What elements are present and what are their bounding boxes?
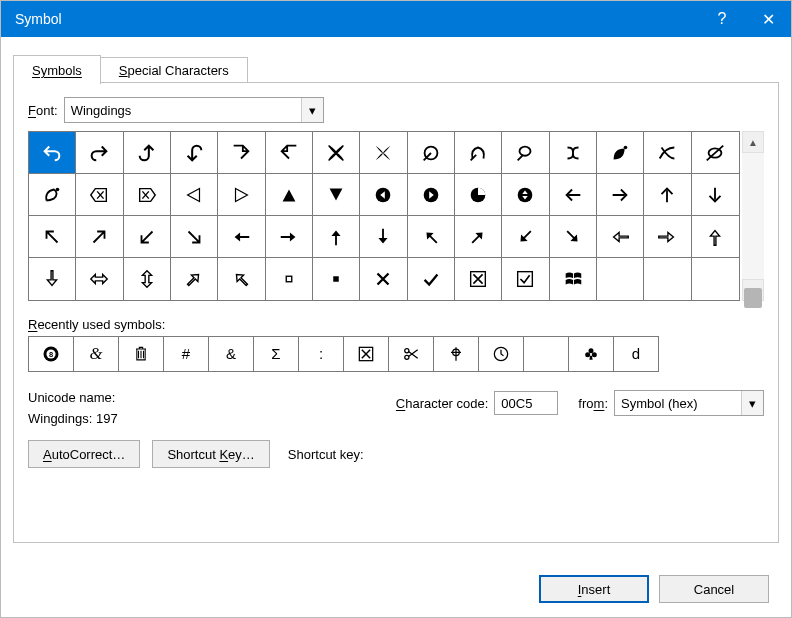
scrollbar[interactable]: ▲ ▼ [742, 131, 764, 301]
shortcut-key-label: Shortcut key: [288, 447, 364, 462]
symbol-cell-outline-up[interactable] [692, 216, 739, 258]
symbol-cell-outline-down[interactable] [29, 258, 76, 300]
chevron-down-icon[interactable]: ▾ [741, 391, 763, 415]
symbol-cell-boxed-x[interactable] [455, 258, 502, 300]
symbol-cell-x-mark[interactable] [360, 258, 407, 300]
symbol-grid [28, 131, 740, 301]
symbol-cell-fwd-arrow-back[interactable] [76, 132, 123, 174]
symbol-cell-heavy-ne[interactable] [455, 216, 502, 258]
symbol-cell-windows-logo[interactable] [550, 258, 597, 300]
symbol-cell-tri-left[interactable] [171, 174, 218, 216]
symbol-cell-empty[interactable] [692, 258, 739, 300]
symbol-cell-arrow-nw[interactable] [29, 216, 76, 258]
recent-cell-boxed-x[interactable] [343, 336, 389, 372]
font-value: Wingdings [71, 103, 132, 118]
symbol-cell-leaf-o[interactable] [692, 132, 739, 174]
chevron-down-icon[interactable]: ▾ [301, 98, 323, 122]
recent-cell-ampersand-script[interactable] [73, 336, 119, 372]
autocorrect-button[interactable]: AutoCorrect… [28, 440, 140, 468]
tab-symbols[interactable]: Symbols [13, 55, 101, 84]
scroll-thumb[interactable] [744, 288, 762, 308]
symbol-cell-heavy-nw[interactable] [408, 216, 455, 258]
symbol-cell-bud[interactable] [408, 132, 455, 174]
symbol-cell-arrow-down[interactable] [692, 174, 739, 216]
recent-cell-billiard-8[interactable] [28, 336, 74, 372]
font-dropdown[interactable]: Wingdings ▾ [64, 97, 324, 123]
recent-cell-sigma[interactable] [253, 336, 299, 372]
symbol-cell-arrow-se[interactable] [171, 216, 218, 258]
symbol-cell-tri-right[interactable] [218, 174, 265, 216]
symbol-dialog: Symbol ? ✕ Symbols Special Characters Fo… [0, 0, 792, 618]
recent-cell-celtic-cross[interactable] [433, 336, 479, 372]
cancel-button[interactable]: Cancel [659, 575, 769, 603]
recent-cell-trash[interactable] [118, 336, 164, 372]
symbol-cell-leaf-curl[interactable] [29, 174, 76, 216]
recent-cell-clock[interactable] [478, 336, 524, 372]
insert-button[interactable]: Insert [539, 575, 649, 603]
recent-cell-blob[interactable] [523, 336, 569, 372]
symbol-cell-back-arrow-fwd[interactable] [29, 132, 76, 174]
symbol-cell-heavy-left[interactable] [218, 216, 265, 258]
help-button[interactable]: ? [699, 1, 745, 37]
dialog-title: Symbol [15, 11, 62, 27]
symbol-cell-arrow-sw[interactable] [124, 216, 171, 258]
symbol-cell-outline-ud[interactable] [124, 258, 171, 300]
shortcut-key-button[interactable]: Shortcut Key… [152, 440, 269, 468]
scroll-track[interactable] [742, 153, 764, 279]
symbol-cell-knot[interactable] [550, 132, 597, 174]
recent-cell-scissors[interactable] [388, 336, 434, 372]
char-code-input[interactable] [494, 391, 558, 415]
close-button[interactable]: ✕ [745, 1, 791, 37]
symbol-cell-heavy-right[interactable] [266, 216, 313, 258]
symbol-cell-clock-circle[interactable] [455, 174, 502, 216]
scroll-up-icon[interactable]: ▲ [742, 131, 764, 153]
recent-cell-hash[interactable] [163, 336, 209, 372]
recent-cell-club[interactable] [568, 336, 614, 372]
symbol-cell-up-arrow-back[interactable] [124, 132, 171, 174]
recent-cell-colon[interactable] [298, 336, 344, 372]
symbol-cell-empty[interactable] [597, 258, 644, 300]
recent-cell-ampersand[interactable] [208, 336, 254, 372]
symbol-cell-check[interactable] [408, 258, 455, 300]
symbol-cell-arrow-ne[interactable] [76, 216, 123, 258]
symbol-cell-turn-right[interactable] [218, 132, 265, 174]
symbol-cell-tri-down[interactable] [313, 174, 360, 216]
from-dropdown[interactable]: Symbol (hex) ▾ [614, 390, 764, 416]
recent-cell-d[interactable] [613, 336, 659, 372]
recent-label: Recently used symbols: [28, 317, 764, 332]
char-code-label: Character code: [396, 396, 489, 411]
symbol-cell-flower-x-bold[interactable] [360, 132, 407, 174]
symbol-cell-erase-right[interactable] [124, 174, 171, 216]
symbol-cell-outline-left[interactable] [597, 216, 644, 258]
symbol-cell-outline-right[interactable] [644, 216, 691, 258]
symbol-cell-outline-nwse[interactable] [171, 258, 218, 300]
symbol-cell-heavy-up[interactable] [313, 216, 360, 258]
symbol-cell-leaf[interactable] [597, 132, 644, 174]
symbol-cell-solid-sq[interactable] [313, 258, 360, 300]
symbol-cell-bud3[interactable] [502, 132, 549, 174]
symbol-cell-outline-lr[interactable] [76, 258, 123, 300]
unicode-name-value: Wingdings: 197 [28, 411, 396, 426]
symbol-cell-outline-nesw[interactable] [218, 258, 265, 300]
symbol-cell-heavy-sw[interactable] [502, 216, 549, 258]
symbol-cell-circle-right[interactable] [408, 174, 455, 216]
symbol-cell-down-arrow-back[interactable] [171, 132, 218, 174]
symbol-cell-heavy-se[interactable] [550, 216, 597, 258]
tab-special-characters[interactable]: Special Characters [100, 57, 248, 83]
symbol-cell-turn-left[interactable] [266, 132, 313, 174]
symbol-cell-arrow-right[interactable] [597, 174, 644, 216]
symbol-cell-swash[interactable] [644, 132, 691, 174]
symbol-cell-empty[interactable] [644, 258, 691, 300]
symbol-cell-bud2[interactable] [455, 132, 502, 174]
symbol-cell-small-sq[interactable] [266, 258, 313, 300]
recent-grid [28, 336, 764, 372]
symbol-cell-flower-x[interactable] [313, 132, 360, 174]
symbol-cell-circle-ud[interactable] [502, 174, 549, 216]
symbol-cell-circle-left[interactable] [360, 174, 407, 216]
symbol-cell-tri-up[interactable] [266, 174, 313, 216]
symbol-cell-heavy-down[interactable] [360, 216, 407, 258]
symbol-cell-arrow-up[interactable] [644, 174, 691, 216]
symbol-cell-erase-left[interactable] [76, 174, 123, 216]
symbol-cell-arrow-left[interactable] [550, 174, 597, 216]
symbol-cell-boxed-check[interactable] [502, 258, 549, 300]
